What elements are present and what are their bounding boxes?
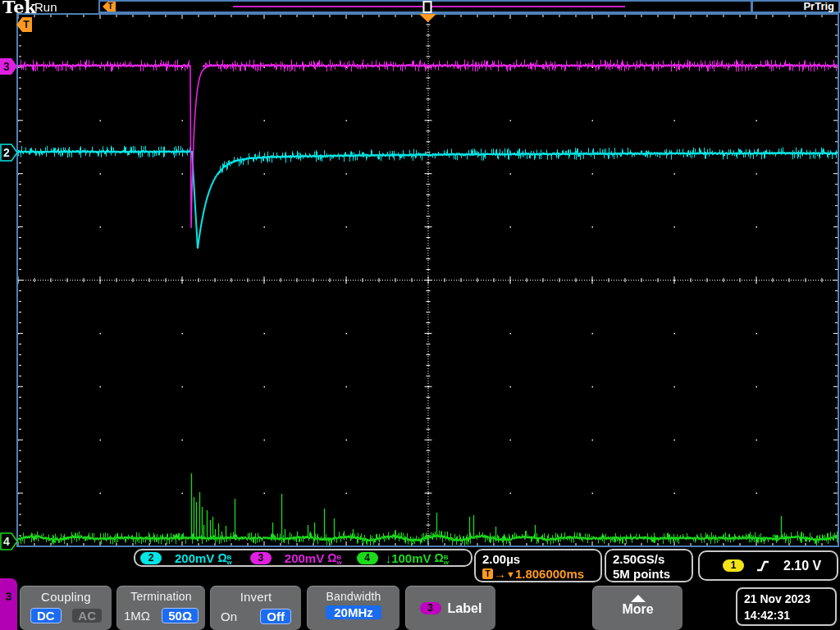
ch4-invert-arrow: ↓ — [386, 551, 392, 565]
tek-logo: Tek — [2, 0, 36, 17]
coupling-dc-option[interactable]: DC — [30, 608, 62, 623]
channel2-position-marker[interactable]: 2 — [0, 143, 19, 162]
trigger-t-icon: T — [482, 568, 493, 579]
ch2-termination-icon: ΩBw — [217, 551, 231, 565]
trigger-delay: T→▼1.806000ms — [482, 567, 600, 581]
ch2-badge: 2 — [140, 552, 162, 564]
more-text: More — [593, 602, 682, 617]
ch3-scale: 200mV — [285, 551, 324, 565]
ch3-badge: 3 — [250, 552, 272, 564]
termination-title: Termination — [117, 590, 205, 603]
delay-marker-icon: ▼ — [506, 569, 515, 579]
acquisition-preview-bar: T — [98, 0, 752, 13]
ch4-badge: 4 — [357, 552, 378, 564]
timebase-readout: 2.00µs T→▼1.806000ms — [474, 549, 602, 582]
svg-text:4: 4 — [3, 535, 10, 548]
waveform-canvas — [0, 0, 840, 630]
trigger-position-ibeam-icon[interactable] — [422, 1, 432, 14]
trigger-readout: 1 2.10 V — [698, 550, 838, 581]
channel-readouts: 2 200mV ΩBw 3 200mV ΩBw 4 ↓ 100mV ΩBw — [134, 549, 472, 567]
ch2-scale: 200mV — [175, 551, 214, 565]
label-button[interactable]: 3 Label — [405, 586, 495, 630]
acquisition-readout: 2.50GS/s 5M points — [605, 549, 693, 582]
time-text: 14:42:31 — [744, 607, 835, 623]
termination-50-option[interactable]: 50Ω — [162, 608, 199, 623]
pretrigger-status: PrTrig — [751, 0, 840, 13]
coupling-button[interactable]: Coupling DC AC — [20, 586, 112, 630]
label-text: Label — [448, 601, 482, 616]
trigger-level-value: 2.10 V — [783, 559, 821, 573]
svg-text:3: 3 — [3, 60, 10, 73]
more-up-arrow-icon — [631, 595, 646, 602]
invert-button[interactable]: Invert On Off — [210, 586, 301, 630]
coupling-title: Coupling — [21, 590, 112, 604]
menu-channel-tab: 3 — [0, 578, 17, 630]
termination-1m-option[interactable]: 1MΩ — [124, 608, 150, 623]
ch4-termination-icon: ΩBw — [435, 551, 449, 565]
trigger-source-badge: 1 — [723, 559, 744, 572]
record-length: 5M points — [613, 567, 692, 582]
trigger-flag-icon: T — [103, 2, 116, 11]
bandwidth-value[interactable]: 20MHz — [326, 605, 381, 619]
termination-button[interactable]: Termination 1MΩ 50Ω — [116, 586, 205, 630]
bandwidth-title: Bandwidth — [308, 590, 399, 603]
label-channel-badge: 3 — [420, 602, 441, 614]
svg-text:2: 2 — [3, 146, 10, 159]
sample-rate: 2.50GS/s — [613, 552, 692, 567]
channel3-position-marker[interactable]: 3 — [0, 57, 19, 76]
timebase-scale: 2.00µs — [482, 552, 600, 566]
more-button[interactable]: More — [592, 586, 682, 630]
acquisition-status: Run — [34, 0, 57, 14]
ch3-termination-icon: ΩBw — [327, 551, 341, 565]
rising-edge-icon — [756, 559, 770, 573]
invert-off-option[interactable]: Off — [260, 609, 291, 624]
ch4-scale: 100mV — [391, 551, 431, 565]
invert-on-option[interactable]: On — [221, 609, 237, 624]
datetime-display: 21 Nov 2023 14:42:31 — [736, 587, 837, 626]
coupling-ac-option[interactable]: AC — [72, 609, 102, 623]
bandwidth-button[interactable]: Bandwidth 20MHz — [307, 586, 399, 630]
channel4-position-marker[interactable]: 4 — [0, 532, 19, 551]
oscilloscope-screen: Tek Run T PrTrig T 3 2 4 2 200mV ΩBw 3 2… — [0, 0, 840, 630]
invert-title: Invert — [211, 590, 301, 604]
date-text: 21 Nov 2023 — [744, 591, 835, 607]
